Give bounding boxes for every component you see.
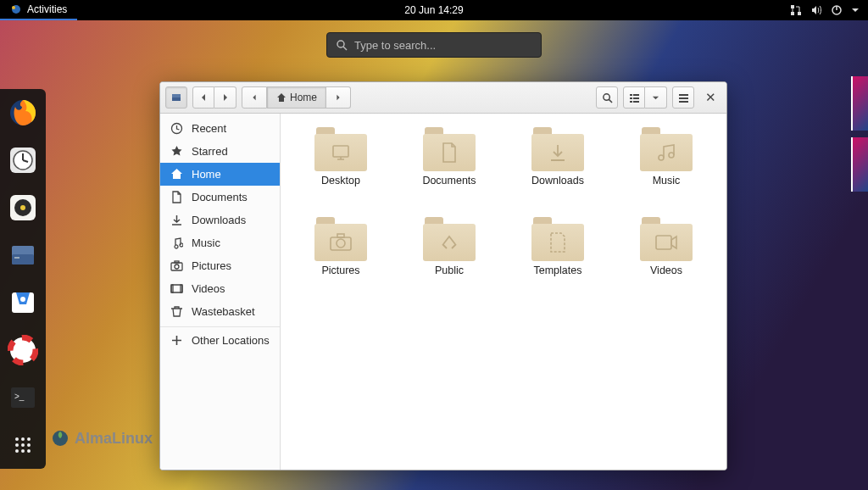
svg-rect-41 [633,94,639,96]
path-child-button[interactable] [326,86,351,109]
folder-videos[interactable]: Videos [615,217,718,302]
volume-icon [810,4,822,16]
workspace-thumbnails [851,76,868,192]
show-apps-button[interactable] [6,428,40,462]
svg-rect-55 [181,285,182,292]
sidebar-item-pictures[interactable]: Pictures [160,254,280,277]
sidebar-item-downloads[interactable]: Downloads [160,209,280,231]
svg-rect-47 [679,97,688,99]
dash-app-terminal[interactable]: >_ [6,381,40,415]
dash-app-firefox[interactable] [6,96,40,130]
view-menu-group [623,86,667,109]
star-icon [170,145,183,158]
chevron-right-icon [221,93,230,102]
sidebar-item-music[interactable]: Music [160,231,280,254]
view-toggle-button[interactable] [623,86,645,109]
music-glyph-icon [655,142,677,164]
search-button[interactable] [596,86,618,109]
folder-public[interactable]: Public [398,217,501,302]
sidebar-item-documents[interactable]: Documents [160,186,280,209]
sidebar-item-videos[interactable]: Videos [160,277,280,300]
sidebar-item-recent[interactable]: Recent [160,117,280,140]
sidebar-item-home[interactable]: Home [160,163,280,186]
sidebar-item-label: Downloads [192,214,246,226]
clock-label[interactable]: 20 Jun 14:29 [404,4,463,16]
sidebar-item-other-locations[interactable]: Other Locations [160,326,280,354]
svg-rect-40 [630,94,632,96]
clock-icon [170,122,183,135]
folder-label: Templates [534,264,582,276]
sidebar-item-label: Documents [192,191,248,203]
sidebar-item-label: Home [192,168,221,181]
svg-point-27 [21,437,25,441]
dash-app-clock[interactable] [6,143,40,177]
distro-logo-icon [10,3,22,15]
chevron-down-icon [851,6,860,14]
download-glyph-icon [548,142,568,163]
trash-icon [170,305,183,318]
dash-app-rhythmbox[interactable] [6,191,40,225]
forward-button[interactable] [214,86,236,109]
home-icon [170,168,183,181]
file-manager-window: Home ✕ Recent Starred Home [159,81,727,471]
drive-icon [170,92,182,103]
folder-templates[interactable]: Templates [506,217,609,302]
chevron-left-icon [251,94,258,101]
hamburger-menu-button[interactable] [672,86,694,109]
download-icon [170,214,183,226]
fm-sidebar: Recent Starred Home Documents Downloads … [160,114,281,470]
svg-point-1 [12,6,15,9]
nav-buttons [192,86,236,109]
folder-label: Documents [422,175,476,187]
svg-rect-37 [172,97,181,101]
svg-rect-54 [171,285,173,292]
chevron-down-icon [652,94,659,102]
svg-point-51 [175,264,179,269]
distro-watermark: AlmaLinux [51,429,153,448]
svg-point-33 [21,449,25,453]
folder-downloads[interactable]: Downloads [506,127,609,212]
folder-documents[interactable]: Documents [398,127,501,212]
activities-button[interactable]: Activities [0,0,77,20]
path-segment-home[interactable]: Home [267,86,326,109]
power-icon [831,4,843,16]
close-icon: ✕ [705,90,716,105]
activities-label: Activities [27,3,67,15]
fm-icon-view[interactable]: Desktop Documents Downloads Music [281,114,726,470]
folder-music[interactable]: Music [615,127,718,212]
top-bar: Activities 20 Jun 14:29 [0,0,868,20]
overview-search[interactable]: Type to search... [326,32,542,58]
svg-rect-62 [656,236,671,249]
fm-headerbar: Home ✕ [160,82,726,114]
chevron-left-icon [199,93,208,102]
folder-pictures[interactable]: Pictures [289,217,392,302]
window-close-button[interactable]: ✕ [699,86,721,109]
dash-app-files[interactable] [6,238,40,272]
path-parent-button[interactable] [242,86,267,109]
folder-desktop[interactable]: Desktop [289,127,392,212]
sidebar-item-label: Other Locations [192,334,270,347]
sidebar-item-starred[interactable]: Starred [160,140,280,163]
view-options-button[interactable] [645,86,667,109]
svg-rect-18 [12,254,34,264]
sidebar-toggle-button[interactable] [165,86,187,109]
folder-label: Music [653,175,681,187]
svg-rect-4 [791,12,794,15]
system-tray[interactable] [782,4,868,16]
search-icon [602,92,613,103]
svg-rect-19 [14,257,19,259]
camera-glyph-icon [329,233,353,252]
sidebar-item-label: Pictures [192,259,231,272]
sidebar-item-wastebasket[interactable]: Wastebasket [160,300,280,323]
workspace-thumb[interactable] [851,137,868,192]
dash-app-software[interactable] [6,286,40,320]
back-button[interactable] [192,86,214,109]
svg-point-16 [20,205,25,210]
dash-app-help[interactable] [6,333,40,367]
svg-rect-56 [333,146,348,157]
workspace-thumb[interactable] [851,76,868,131]
svg-text:>_: >_ [14,392,25,401]
search-placeholder: Type to search... [354,39,436,52]
folder-label: Downloads [531,175,584,187]
video-icon [170,282,183,295]
